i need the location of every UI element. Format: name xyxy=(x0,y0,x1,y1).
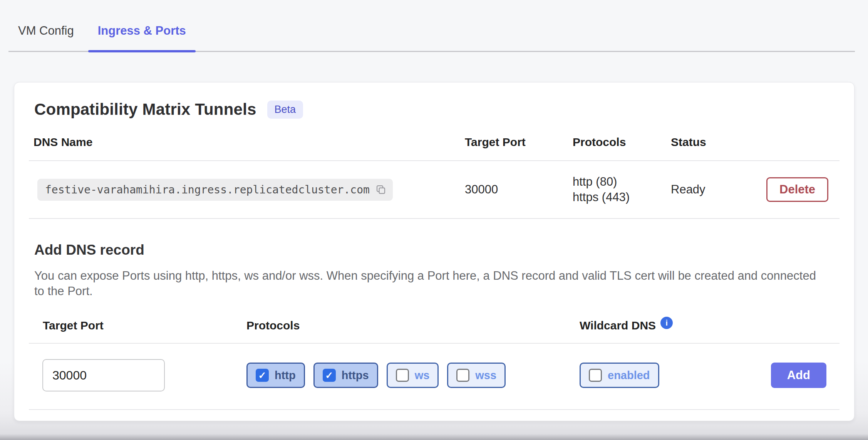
protocol-https: https (443) xyxy=(573,190,666,205)
checkbox-http-label: http xyxy=(275,369,296,382)
card-bottom-divider xyxy=(29,409,840,410)
info-icon[interactable] xyxy=(660,317,673,329)
target-port-input[interactable] xyxy=(42,359,165,391)
col-header-protocols: Protocols xyxy=(568,136,666,149)
checkbox-enabled-box xyxy=(589,369,602,382)
checkbox-ws-box xyxy=(396,369,409,382)
protocol-checkbox-wss[interactable]: wss xyxy=(447,363,506,388)
tunnels-panel: Compatibility Matrix Tunnels Beta DNS Na… xyxy=(14,82,855,421)
dns-name-cell: festive-varahamihira.ingress.replicatedc… xyxy=(29,179,460,201)
panel-title: Compatibility Matrix Tunnels xyxy=(34,100,256,119)
tab-bar: VM Config Ingress & Ports xyxy=(8,0,855,52)
protocol-checkbox-https[interactable]: https xyxy=(313,363,378,388)
label-wildcard-dns-wrap: Wildcard DNS xyxy=(575,319,767,332)
wildcard-dns-cell: enabled xyxy=(575,363,767,388)
protocol-checkbox-group: http https ws wss xyxy=(242,363,575,388)
col-header-dns-name: DNS Name xyxy=(29,136,460,149)
protocol-checkbox-http[interactable]: http xyxy=(246,363,305,388)
dns-name-pill: festive-varahamihira.ingress.replicatedc… xyxy=(37,179,393,201)
col-header-status: Status xyxy=(666,136,766,149)
checkbox-wss-box xyxy=(456,369,469,382)
add-dns-description: You can expose Ports using http, https, … xyxy=(29,268,828,299)
checkbox-https-box xyxy=(323,369,336,382)
protocol-checkbox-ws[interactable]: ws xyxy=(387,363,439,388)
beta-badge: Beta xyxy=(267,101,303,119)
protocols-cell: http (80) https (443) xyxy=(568,174,666,205)
panel-title-row: Compatibility Matrix Tunnels Beta xyxy=(29,100,840,119)
checkbox-https-label: https xyxy=(342,369,369,382)
add-button[interactable]: Add xyxy=(771,363,826,388)
label-protocols: Protocols xyxy=(242,319,575,332)
add-form-header: Target Port Protocols Wildcard DNS xyxy=(29,319,840,344)
status-cell: Ready xyxy=(666,183,766,196)
tab-vm-config[interactable]: VM Config xyxy=(8,19,84,51)
col-header-target-port: Target Port xyxy=(460,136,568,149)
checkbox-ws-label: ws xyxy=(415,369,430,382)
target-port-cell: 30000 xyxy=(460,183,568,196)
tunnels-table-header: DNS Name Target Port Protocols Status xyxy=(29,136,840,161)
add-dns-heading: Add DNS record xyxy=(29,242,840,258)
label-wildcard-dns: Wildcard DNS xyxy=(580,319,656,332)
label-target-port: Target Port xyxy=(29,319,242,332)
add-form-row: http https ws wss enabled Add xyxy=(29,344,840,391)
wildcard-enabled-checkbox[interactable]: enabled xyxy=(580,363,659,388)
tab-ingress-ports[interactable]: Ingress & Ports xyxy=(88,19,196,51)
dns-name-value: festive-varahamihira.ingress.replicatedc… xyxy=(45,183,370,196)
table-row: festive-varahamihira.ingress.replicatedc… xyxy=(29,161,840,219)
copy-icon[interactable] xyxy=(375,184,387,195)
delete-button[interactable]: Delete xyxy=(766,177,828,202)
target-port-field-cell xyxy=(29,359,242,391)
protocol-http: http (80) xyxy=(573,174,666,190)
checkbox-http-box xyxy=(256,369,269,382)
checkbox-enabled-label: enabled xyxy=(608,369,650,382)
checkbox-wss-label: wss xyxy=(475,369,496,382)
